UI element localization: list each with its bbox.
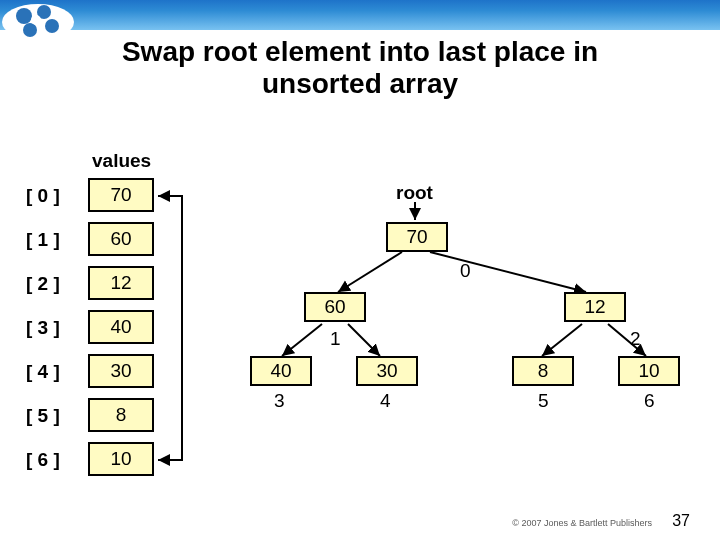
array-row: [ 3 ] 40 [26, 310, 226, 346]
array-row: [ 1 ] 60 [26, 222, 226, 258]
array-cell: 70 [88, 178, 154, 212]
page-number: 37 [672, 512, 690, 530]
array-cell: 10 [88, 442, 154, 476]
tree-node: 12 [564, 292, 626, 322]
array-row: [ 5 ] 8 [26, 398, 226, 434]
heap-tree: root 70 0 60 1 12 2 40 3 30 4 8 5 10 6 [230, 160, 700, 460]
array-row: [ 6 ] 10 [26, 442, 226, 478]
svg-point-5 [31, 15, 41, 25]
tree-node-index: 1 [330, 328, 341, 350]
tree-node: 30 [356, 356, 418, 386]
array-index: [ 0 ] [26, 178, 82, 214]
svg-point-4 [23, 23, 37, 37]
array-index: [ 5 ] [26, 398, 82, 434]
array-cell: 8 [88, 398, 154, 432]
array-label: values [92, 150, 151, 172]
tree-edges [230, 160, 700, 460]
array-index: [ 2 ] [26, 266, 82, 302]
tree-node-index: 3 [274, 390, 285, 412]
svg-line-10 [348, 324, 380, 356]
array-index: [ 4 ] [26, 354, 82, 390]
array-row: [ 2 ] 12 [26, 266, 226, 302]
svg-line-8 [430, 252, 586, 292]
tree-node: 10 [618, 356, 680, 386]
tree-node-index: 6 [644, 390, 655, 412]
page-title: Swap root element into last place in uns… [0, 36, 720, 100]
tree-node: 8 [512, 356, 574, 386]
array-cell: 40 [88, 310, 154, 344]
svg-line-11 [542, 324, 582, 356]
svg-point-1 [16, 8, 32, 24]
header-band [0, 0, 720, 30]
array-index: [ 3 ] [26, 310, 82, 346]
array-index: [ 1 ] [26, 222, 82, 258]
tree-node: 60 [304, 292, 366, 322]
swap-arrow-icon [156, 178, 196, 478]
svg-point-3 [45, 19, 59, 33]
array-row: [ 4 ] 30 [26, 354, 226, 390]
array-row: [ 0 ] 70 [26, 178, 226, 214]
tree-node-index: 5 [538, 390, 549, 412]
tree-node-index: 2 [630, 328, 641, 350]
publisher-credit: © 2007 Jones & Bartlett Publishers [512, 518, 652, 528]
tree-node: 70 [386, 222, 448, 252]
array-cell: 12 [88, 266, 154, 300]
tree-node-index: 0 [460, 260, 471, 282]
array-cell: 60 [88, 222, 154, 256]
array-cell: 30 [88, 354, 154, 388]
tree-node: 40 [250, 356, 312, 386]
tree-node-index: 4 [380, 390, 391, 412]
svg-line-9 [282, 324, 322, 356]
array-index: [ 6 ] [26, 442, 82, 478]
svg-line-7 [338, 252, 402, 292]
